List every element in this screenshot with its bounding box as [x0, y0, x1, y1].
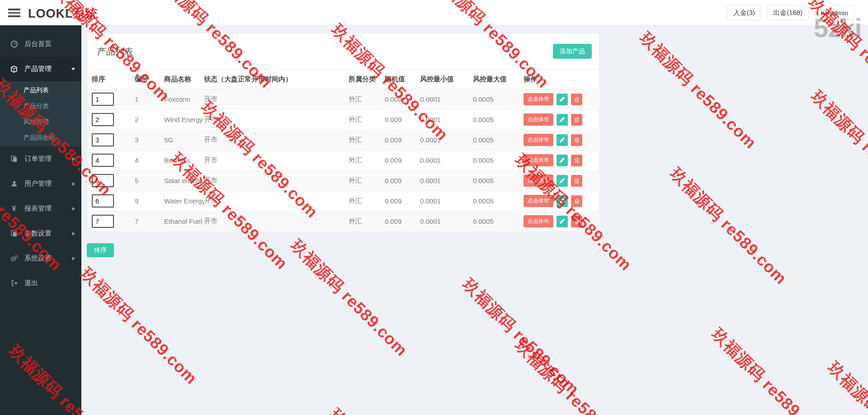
deposit-button[interactable]: 入金(3)	[727, 5, 761, 20]
delete-button[interactable]	[571, 114, 582, 126]
close-market-button[interactable]: 点击休市	[524, 195, 553, 207]
sidebar-item-logout[interactable]: 退出	[0, 271, 81, 296]
cell-category: 外汇	[349, 130, 385, 150]
sort-input[interactable]	[92, 194, 114, 208]
sort-input[interactable]	[92, 174, 114, 187]
hamburger-menu-icon[interactable]	[8, 9, 20, 17]
sort-input[interactable]	[92, 154, 114, 167]
chevron-right-icon	[72, 257, 75, 260]
sidebar-label: 产品管理	[24, 65, 52, 73]
cell-name: Foxconn	[164, 89, 204, 109]
pencil-icon	[559, 198, 565, 204]
add-product-button[interactable]: 添加产品	[553, 44, 592, 59]
sidebar-item-product-list[interactable]: 产品列表	[0, 82, 81, 98]
chevron-down-icon	[71, 68, 75, 71]
gears-icon	[9, 255, 19, 262]
sidebar-item-param-settings[interactable]: 参数设置	[0, 221, 81, 246]
trash-icon	[574, 97, 580, 102]
cell-id: 7	[135, 211, 164, 231]
cell-id: 2	[135, 109, 164, 130]
user-menu-button[interactable]: KKadmin	[814, 5, 854, 20]
withdraw-button[interactable]: 出金(168)	[767, 5, 809, 20]
edit-button[interactable]	[557, 114, 568, 126]
red-watermark: 玖福源码 re589.com	[75, 263, 202, 389]
delete-button[interactable]	[571, 195, 582, 207]
trash-icon	[574, 137, 580, 143]
edit-button[interactable]	[557, 175, 568, 187]
close-market-button[interactable]: 点击休市	[524, 113, 553, 126]
pencil-icon	[559, 117, 565, 123]
sidebar: 后台首页 产品管理 产品列表 产品分类 风控管理 产品回收站 订单管理	[0, 25, 81, 415]
cell-status: 开市	[204, 130, 349, 150]
cell-random: 0.009	[385, 191, 420, 211]
cell-id: 5	[135, 170, 164, 191]
edit-button[interactable]	[557, 155, 568, 166]
cell-name: 5G	[164, 130, 204, 150]
cell-risk-min: 0.0001	[420, 211, 473, 231]
col-header-risk-max: 风控最大值	[473, 70, 524, 89]
delete-button[interactable]	[571, 134, 582, 146]
cell-random: 0.009	[385, 170, 420, 191]
delete-button[interactable]	[571, 94, 582, 105]
delete-button[interactable]	[571, 175, 582, 187]
page-title: 产品列表	[97, 46, 133, 58]
sidebar-item-home[interactable]: 后台首页	[0, 32, 81, 57]
cell-random: 0.009	[385, 109, 420, 130]
page: LOOKL系统 入金(3) 出金(168) KKadmin 后台首页 产品管理 …	[0, 0, 868, 415]
sidebar-item-product-category[interactable]: 产品分类	[0, 98, 81, 114]
sidebar-label: 后台首页	[24, 40, 52, 48]
cell-name: Wind Energy	[164, 109, 204, 130]
col-header-id: 编号	[135, 70, 164, 89]
sort-input[interactable]	[92, 113, 114, 126]
sidebar-item-user-mgmt[interactable]: 用户管理	[0, 171, 81, 196]
col-header-actions: 操作	[524, 70, 600, 89]
cell-risk-max: 0.0005	[473, 150, 524, 170]
cell-risk-min: 0.0001	[420, 130, 473, 150]
edit-button[interactable]	[557, 134, 568, 146]
sidebar-item-report-mgmt[interactable]: ¥ 报表管理	[0, 196, 81, 221]
pencil-icon	[559, 218, 565, 224]
sidebar-item-product-recycle[interactable]: 产品回收站	[0, 130, 81, 146]
col-header-sort: 排序	[87, 70, 135, 89]
sort-input[interactable]	[92, 93, 114, 106]
red-watermark: 玖福源码 re589.com	[665, 163, 791, 289]
delete-button[interactable]	[571, 216, 582, 227]
table-row: 9 Water Energy 开市 外汇 0.009 0.0001 0.0005…	[87, 191, 600, 211]
sort-submit-button[interactable]: 排序	[87, 243, 114, 257]
sort-input[interactable]	[92, 215, 114, 228]
table-row: 7 Ethanol Fuel 开市 外汇 0.009 0.0001 0.0005…	[87, 211, 600, 231]
close-market-button[interactable]: 点击休市	[524, 174, 553, 187]
cell-status: 开市	[204, 211, 349, 231]
edit-button[interactable]	[557, 195, 568, 207]
sidebar-item-order-mgmt[interactable]: 订单管理	[0, 146, 81, 171]
sort-input[interactable]	[92, 133, 114, 146]
trash-icon	[574, 158, 580, 163]
chevron-right-icon	[72, 182, 75, 186]
sidebar-item-risk-mgmt[interactable]: 风控管理	[0, 114, 81, 130]
dashboard-icon	[9, 40, 19, 48]
cell-category: 外汇	[349, 109, 385, 130]
trash-icon	[574, 178, 580, 184]
cell-random: 0.009	[385, 130, 420, 150]
col-header-name: 商品名称	[164, 70, 204, 89]
cell-id: 3	[135, 130, 164, 150]
sidebar-item-system-settings[interactable]: 系统设置	[0, 246, 81, 271]
orders-icon	[9, 156, 19, 162]
close-market-button[interactable]: 点击休市	[524, 93, 553, 105]
edit-button[interactable]	[557, 216, 568, 227]
cell-category: 外汇	[349, 150, 385, 170]
close-market-button[interactable]: 点击休市	[524, 154, 553, 166]
close-market-button[interactable]: 点击休市	[524, 134, 553, 146]
edit-button[interactable]	[557, 94, 568, 105]
close-market-button[interactable]: 点击休市	[524, 215, 553, 227]
cell-status: 开市	[204, 170, 349, 191]
table-row: 4 Biomass 开市 外汇 0.009 0.0001 0.0005 点击休市	[87, 150, 600, 170]
cell-status: 开市	[204, 109, 349, 130]
sidebar-label: 订单管理	[24, 155, 52, 163]
product-list-panel: 产品列表 添加产品 排序 编号 商品名称 状态（大盘正常开市时间内） 所属分类 …	[87, 33, 599, 232]
pencil-icon	[559, 157, 565, 163]
sidebar-item-product-mgmt[interactable]: 产品管理	[0, 57, 81, 81]
col-header-random: 随机值	[385, 70, 420, 89]
delete-button[interactable]	[571, 155, 582, 166]
cell-risk-max: 0.0005	[473, 109, 524, 130]
